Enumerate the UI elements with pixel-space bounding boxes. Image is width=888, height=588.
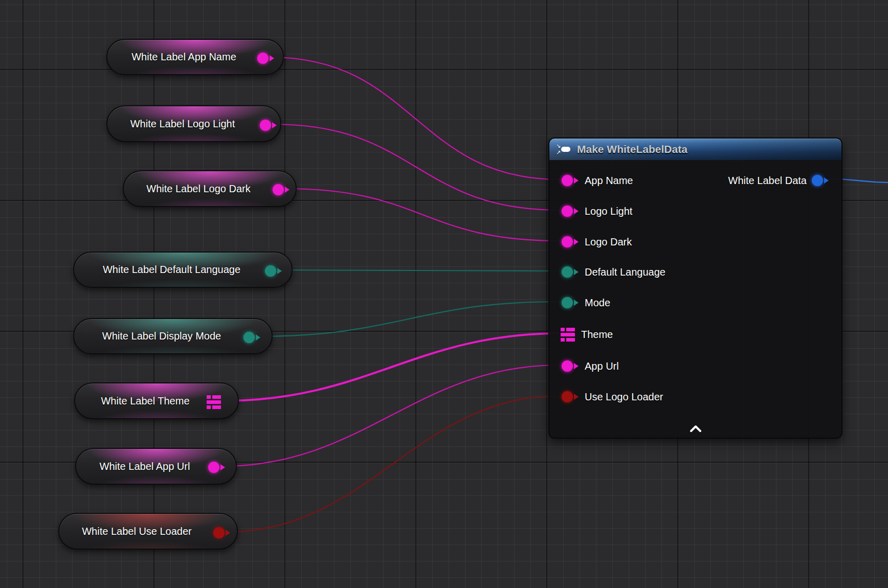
wire-connection[interactable] <box>227 396 560 532</box>
node-header[interactable]: ↘ ↗ Make WhiteLabelData <box>549 139 841 160</box>
pin-wedge <box>824 177 829 184</box>
variable-name-label: White Label Logo Light <box>118 106 248 141</box>
variable-name-label: White Label Theme <box>85 383 205 418</box>
collapse-node-button[interactable] <box>689 424 702 434</box>
pin-wedge <box>270 55 274 61</box>
pin-wedge <box>574 177 579 184</box>
variable-name-label: White Label Use Loader <box>70 514 204 549</box>
wire-connection[interactable] <box>257 302 560 336</box>
pin-wedge <box>256 334 260 341</box>
pin-wedge <box>277 268 282 274</box>
pin-ball <box>213 527 225 538</box>
input-pin-row: Use Logo Loader <box>549 386 663 408</box>
input-pin-row: App Url <box>549 355 619 377</box>
input-pin-icon[interactable] <box>562 206 579 217</box>
pin-wedge <box>574 269 579 275</box>
struct-pin-icon[interactable] <box>207 395 221 409</box>
output-pin-row: White Label Data <box>728 169 841 192</box>
input-pin-row: Mode <box>549 291 610 314</box>
pin-ball <box>257 53 269 64</box>
variable-name-label: White Label App Name <box>118 40 250 74</box>
pin-ball <box>265 265 276 277</box>
pin-ball <box>243 332 255 343</box>
pin-ball <box>562 206 573 217</box>
input-pin-icon[interactable] <box>562 175 579 186</box>
pin-label: Logo Dark <box>585 236 632 248</box>
make-whitelabeldata-node[interactable]: ↘ ↗ Make WhiteLabelData White Label Data <box>548 138 842 439</box>
pin-ball <box>562 360 573 372</box>
variable-output-pin-icon[interactable] <box>208 462 225 473</box>
input-pin-icon[interactable] <box>562 266 579 278</box>
variable-getter-node[interactable]: White Label App Name <box>106 39 284 75</box>
pin-ball <box>208 462 219 473</box>
variable-name-label: White Label Logo Dark <box>134 171 263 206</box>
input-pin-icon[interactable] <box>562 391 579 402</box>
arrow-in-icon: ↗ <box>556 150 561 155</box>
pin-wedge <box>574 208 579 214</box>
variable-name-label: White Label App Url <box>86 449 203 484</box>
pin-label: Logo Light <box>585 206 632 217</box>
pin-label: App Url <box>585 360 619 372</box>
wire-connection[interactable] <box>278 270 560 271</box>
variable-output-pin-icon[interactable] <box>265 265 282 277</box>
wire-connection[interactable] <box>273 124 560 210</box>
struct-pin-icon[interactable] <box>561 328 575 342</box>
pin-wedge <box>285 187 290 193</box>
input-pin-row: Default Language <box>549 261 665 283</box>
output-pin-label: White Label Data <box>728 175 807 187</box>
input-pin-row: Theme <box>549 323 613 346</box>
pin-ball <box>562 391 573 402</box>
pin-ball <box>273 184 284 195</box>
input-pin-icon[interactable] <box>562 297 579 308</box>
input-pin-row: Logo Dark <box>549 231 632 253</box>
blueprint-graph-canvas[interactable]: ↘ ↗ Make WhiteLabelData White Label Data <box>0 0 888 588</box>
pin-label: Theme <box>581 329 613 341</box>
variable-getter-node[interactable]: White Label Logo Dark <box>123 170 297 207</box>
pin-ball <box>562 266 573 278</box>
wire-connection[interactable] <box>221 365 560 466</box>
pin-label: App Name <box>585 175 633 187</box>
variable-output-pin-icon[interactable] <box>273 184 290 195</box>
pin-ball <box>562 175 573 186</box>
wire-connection[interactable] <box>286 189 560 241</box>
pin-wedge <box>220 464 225 470</box>
variable-getter-node[interactable]: White Label Display Mode <box>73 318 273 354</box>
variable-name-label: White Label Default Language <box>84 253 259 287</box>
pin-wedge <box>226 530 230 536</box>
wire-connection[interactable] <box>271 57 560 179</box>
arrow-in-icon: ↘ <box>556 143 561 149</box>
input-pin-icon[interactable] <box>562 236 579 247</box>
chevron-up-icon <box>689 424 702 434</box>
pin-wedge <box>574 300 579 306</box>
variable-getter-node[interactable]: White Label App Url <box>75 448 237 485</box>
variable-name-label: White Label Display Mode <box>84 319 239 353</box>
input-pin-row: App Name <box>549 169 633 192</box>
input-pin-icon[interactable] <box>562 360 579 372</box>
pin-ball <box>260 120 271 131</box>
make-struct-icon: ↘ ↗ <box>556 143 572 156</box>
wire-connection[interactable] <box>223 333 560 401</box>
variable-output-pin-icon[interactable] <box>260 120 277 131</box>
variable-getter-node[interactable]: White Label Default Language <box>73 252 293 288</box>
pin-ball <box>562 297 573 308</box>
struct-output-pin-icon[interactable] <box>812 175 829 186</box>
pin-wedge <box>574 239 579 245</box>
pin-wedge <box>574 363 579 369</box>
input-pin-row: Logo Light <box>549 200 632 222</box>
pin-wedge <box>272 122 277 128</box>
pin-label: Default Language <box>585 266 665 278</box>
variable-output-pin-icon[interactable] <box>257 53 274 64</box>
struct-pill-glyph <box>561 147 570 152</box>
variable-output-pin-icon[interactable] <box>213 527 230 538</box>
variable-output-pin-icon[interactable] <box>243 332 260 343</box>
pin-label: Use Logo Loader <box>585 391 663 403</box>
node-title: Make WhiteLabelData <box>577 143 687 155</box>
pin-ball <box>562 236 573 247</box>
variable-getter-node[interactable]: White Label Theme <box>74 382 239 419</box>
pin-ball <box>812 175 823 186</box>
variable-getter-node[interactable]: White Label Use Loader <box>58 513 238 550</box>
variable-getter-node[interactable]: White Label Logo Light <box>106 105 281 142</box>
pin-label: Mode <box>585 297 610 309</box>
pin-wedge <box>574 394 579 400</box>
